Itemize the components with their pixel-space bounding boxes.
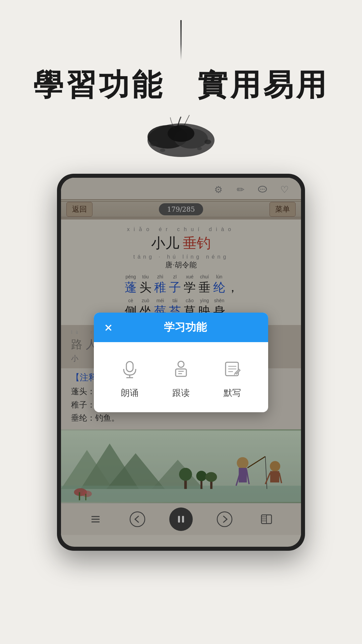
svg-point-6: [160, 149, 165, 152]
ink-drop-decoration: [180, 20, 182, 60]
dialog-item-recite[interactable]: 朗诵: [116, 356, 143, 399]
recite-label: 朗诵: [121, 387, 138, 399]
dialog-overlay: × 学习功能 朗诵: [61, 178, 301, 547]
dialog-item-dictation[interactable]: 默写: [219, 356, 246, 399]
svg-rect-54: [176, 369, 186, 376]
dialog-close-button[interactable]: ×: [104, 322, 113, 333]
microphone-icon: [116, 356, 143, 382]
dialog-body: 朗诵 跟读: [94, 342, 268, 412]
svg-rect-50: [126, 362, 133, 372]
phone-frame: ⚙ ✏ ♡ 返回 179/285 菜单 xiǎo ér chuí diào: [57, 174, 305, 551]
learning-functions-dialog: × 学习功能 朗诵: [94, 313, 268, 412]
main-title: 學習功能 實用易用: [33, 67, 329, 103]
dialog-header: × 学习功能: [94, 313, 268, 342]
svg-point-53: [178, 361, 184, 367]
svg-point-3: [168, 125, 194, 142]
svg-point-5: [204, 140, 211, 144]
svg-line-61: [234, 373, 235, 375]
phone-screen: ⚙ ✏ ♡ 返回 179/285 菜单 xiǎo ér chuí diào: [61, 178, 301, 547]
top-section: 學習功能 實用易用: [0, 0, 362, 160]
ink-splash-illustration: [134, 113, 228, 160]
dialog-item-follow-read[interactable]: 跟读: [168, 356, 194, 399]
svg-point-7: [197, 147, 202, 150]
follow-read-label: 跟读: [172, 387, 190, 399]
dialog-title: 学习功能: [113, 320, 258, 335]
reading-icon: [168, 356, 194, 382]
dictation-label: 默写: [224, 387, 241, 399]
writing-icon: [219, 356, 246, 382]
svg-point-4: [150, 141, 158, 146]
